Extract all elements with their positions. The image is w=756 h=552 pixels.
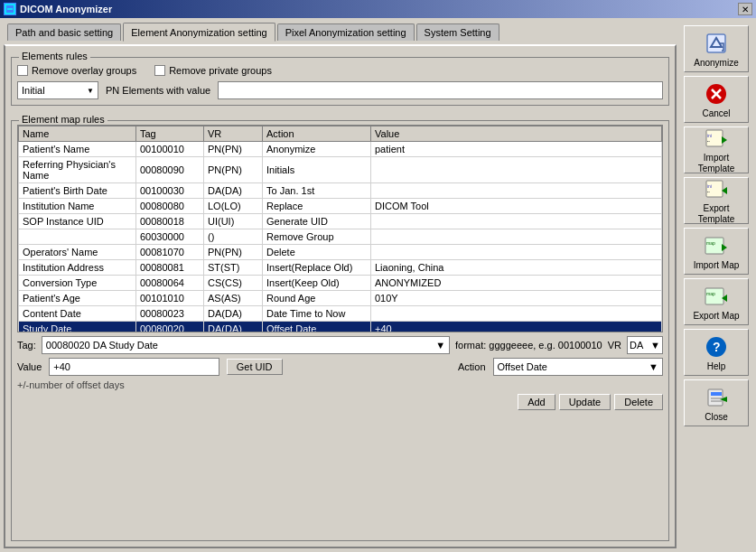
- value-input[interactable]: [49, 358, 219, 376]
- tab-path-basic[interactable]: Path and basic setting: [7, 23, 121, 41]
- export-template-icon: ini ▪▪: [702, 176, 731, 201]
- remove-overlay-checkbox[interactable]: [17, 65, 28, 76]
- action-dropdown[interactable]: Offset Date ▼: [493, 358, 663, 376]
- initial-row: Initial ▼ PN Elements with value: [17, 81, 663, 99]
- cancel-button[interactable]: Cancel: [684, 76, 749, 123]
- import-map-label: Import Map: [694, 260, 740, 270]
- app-icon: [4, 3, 16, 15]
- initial-dropdown[interactable]: Initial ▼: [17, 81, 98, 99]
- svg-marker-9: [722, 136, 727, 144]
- left-panel: Path and basic setting Element Anonymiza…: [4, 22, 677, 548]
- cancel-icon: [702, 81, 731, 107]
- vr-dropdown[interactable]: DA ▼: [627, 336, 663, 354]
- action-value: Offset Date: [498, 361, 547, 372]
- anonymize-label: Anonymize: [694, 58, 738, 68]
- import-map-button[interactable]: map Import Map: [684, 228, 749, 275]
- format-label: format: ggggeeee, e.g. 00100010: [455, 340, 602, 351]
- table-row[interactable]: Patient's Birth Date00100030DA(DA)To Jan…: [19, 183, 662, 199]
- element-map-table-wrapper[interactable]: Name Tag VR Action Value Patient's Name0…: [17, 125, 663, 332]
- svg-rect-23: [711, 392, 722, 396]
- right-panel: Anonymize Cancel ini ▪▪: [680, 22, 752, 548]
- tab-bar: Path and basic setting Element Anonymiza…: [4, 22, 677, 41]
- anonymize-button[interactable]: Anonymize: [684, 25, 749, 72]
- tab-element-anon[interactable]: Element Anonymization setting: [123, 23, 275, 42]
- initial-value: Initial: [22, 85, 45, 96]
- element-map-table: Name Tag VR Action Value Patient's Name0…: [18, 126, 662, 332]
- remove-private-label[interactable]: Remove private groups: [154, 65, 272, 76]
- help-label: Help: [707, 361, 726, 371]
- table-row[interactable]: Operators' Name00081070PN(PN)Delete: [19, 245, 662, 260]
- close-button[interactable]: Close: [684, 379, 749, 426]
- anonymize-icon: [702, 31, 731, 56]
- export-map-icon: map: [702, 284, 731, 309]
- col-value: Value: [371, 126, 662, 142]
- export-map-button[interactable]: map Export Map: [684, 278, 749, 325]
- tag-label: Tag:: [17, 340, 36, 351]
- vr-value: DA: [630, 340, 643, 351]
- help-icon: ?: [702, 334, 731, 360]
- help-button[interactable]: ? Help: [684, 329, 749, 376]
- remove-private-checkbox[interactable]: [154, 65, 165, 76]
- import-template-button[interactable]: ini ▪▪ Import Template: [684, 126, 749, 173]
- table-row[interactable]: Study Date00080020DA(DA)Offset Date+40: [19, 322, 662, 333]
- add-button[interactable]: Add: [518, 394, 555, 410]
- table-row[interactable]: SOP Instance UID00080018UI(UI)Generate U…: [19, 214, 662, 229]
- pn-elements-input[interactable]: [218, 81, 663, 99]
- element-map-rules-title: Element map rules: [19, 114, 107, 125]
- offset-note: +/-number of offset days: [17, 379, 663, 390]
- elements-rules-title: Elements rules: [19, 51, 90, 61]
- table-row[interactable]: Patient's Age00101010AS(AS)Round Age010Y: [19, 291, 662, 306]
- close-icon: [702, 385, 731, 410]
- cancel-label: Cancel: [702, 108, 730, 118]
- tab-system-setting[interactable]: System Setting: [416, 23, 499, 41]
- col-action: Action: [263, 126, 371, 142]
- col-tag: Tag: [136, 126, 204, 142]
- import-template-icon: ini ▪▪: [702, 126, 731, 151]
- table-row[interactable]: Content Date00080023DA(DA)Date Time to N…: [19, 306, 662, 322]
- tab-pixel-anon[interactable]: Pixel Anonymization setting: [277, 23, 415, 41]
- bottom-area: Tag: 00080020 DA Study Date ▼ format: gg…: [17, 336, 663, 410]
- value-row: Value Get UID Action Offset Date ▼: [17, 358, 663, 376]
- svg-rect-22: [708, 389, 723, 406]
- tag-row: Tag: 00080020 DA Study Date ▼ format: gg…: [17, 336, 663, 354]
- col-vr: VR: [204, 126, 263, 142]
- initial-dropdown-arrow: ▼: [87, 87, 94, 95]
- svg-text:map: map: [706, 291, 715, 296]
- vr-dropdown-arrow: ▼: [650, 340, 660, 351]
- main-window: Path and basic setting Element Anonymiza…: [0, 18, 756, 552]
- delete-button[interactable]: Delete: [614, 394, 663, 410]
- element-map-rules-group: Element map rules Name Tag VR Action Val…: [11, 120, 669, 541]
- update-button[interactable]: Update: [559, 394, 611, 410]
- remove-overlay-text: Remove overlay groups: [32, 65, 136, 76]
- svg-text:ini: ini: [707, 183, 712, 189]
- window-close-button[interactable]: ✕: [738, 3, 752, 15]
- get-uid-button[interactable]: Get UID: [227, 359, 283, 375]
- table-row[interactable]: Referring Physician's Name00080090PN(PN)…: [19, 157, 662, 183]
- action-label: Action: [458, 361, 486, 372]
- table-row[interactable]: Conversion Type00080064CS(CS)Insert(Keep…: [19, 276, 662, 291]
- remove-overlay-label[interactable]: Remove overlay groups: [17, 65, 136, 76]
- export-template-button[interactable]: ini ▪▪ Export Template: [684, 177, 749, 224]
- table-row[interactable]: Patient's Name00100010PN(PN)Anonymizepat…: [19, 142, 662, 157]
- svg-text:?: ?: [713, 340, 721, 354]
- action-dropdown-arrow: ▼: [649, 361, 658, 372]
- svg-text:ini: ini: [707, 133, 712, 138]
- close-label: Close: [705, 412, 728, 422]
- remove-private-text: Remove private groups: [169, 65, 272, 76]
- elements-rules-group: Elements rules Remove overlay groups Rem…: [11, 57, 669, 106]
- table-row[interactable]: Institution Name00080080LO(LO)ReplaceDIC…: [19, 199, 662, 214]
- pn-elements-label: PN Elements with value: [106, 85, 210, 96]
- table-row[interactable]: 60030000()Remove Group: [19, 229, 662, 245]
- svg-marker-16: [722, 244, 727, 251]
- export-template-label: Export Template: [685, 203, 748, 225]
- value-label: Value: [17, 361, 42, 372]
- col-name: Name: [19, 126, 136, 142]
- window-title: DICOM Anonymizer: [20, 4, 112, 14]
- buttons-row: Add Update Delete: [17, 394, 663, 410]
- tag-dropdown[interactable]: 00080020 DA Study Date ▼: [42, 336, 450, 354]
- export-map-label: Export Map: [693, 311, 739, 321]
- svg-text:map: map: [706, 240, 715, 246]
- vr-label: VR: [608, 340, 621, 351]
- checkboxes-row: Remove overlay groups Remove private gro…: [17, 65, 663, 76]
- table-row[interactable]: Institution Address00080081ST(ST)Insert(…: [19, 260, 662, 276]
